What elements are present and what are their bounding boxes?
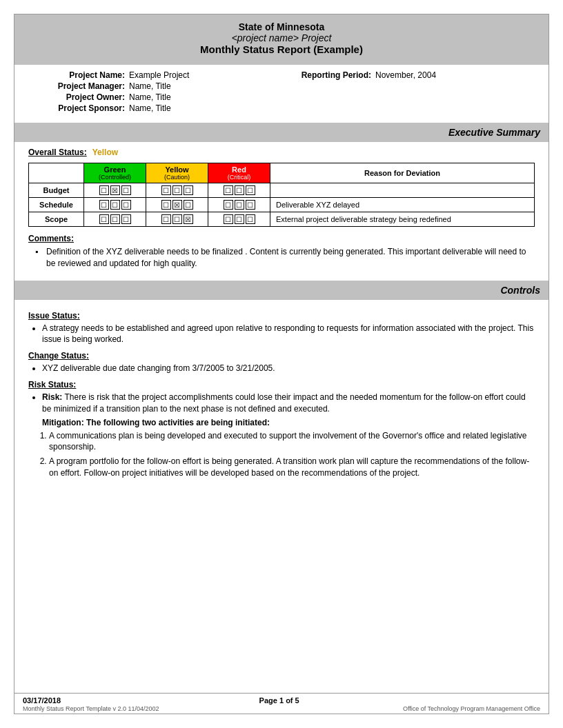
risk-status-label: Risk Status: [28, 380, 535, 390]
footer-page: Page 1 of 5 [259, 696, 299, 705]
checkbox[interactable]: ☐ [99, 200, 109, 210]
project-owner-row: Project Owner: Name, Title [35, 92, 282, 102]
th-reason: Reason for Deviation [270, 163, 535, 183]
table-row: Budget☐☒☐☐☐☐☐☐☐ [29, 183, 535, 198]
comment-item: Definition of the XYZ deliverable needs … [35, 246, 535, 270]
project-owner-label: Project Owner: [35, 92, 125, 102]
checkbox[interactable]: ☐ [246, 214, 255, 224]
checkbox[interactable]: ☐ [172, 185, 182, 195]
checkbox[interactable]: ☐ [246, 200, 255, 210]
executive-summary-title: Executive Summary [448, 127, 540, 138]
project-name-label: Project Name: [35, 70, 125, 80]
footer-date: 03/17/2018 [23, 696, 61, 705]
red-checkboxes: ☐☐☐ [208, 212, 270, 227]
comments-label: Comments: [28, 234, 535, 243]
mitigation-item: A communications plan is being developed… [49, 430, 535, 454]
checkbox[interactable]: ☐ [246, 185, 255, 195]
checkbox[interactable]: ☐ [121, 185, 131, 195]
checkbox[interactable]: ☐ [161, 214, 171, 224]
green-checkboxes: ☐☒☐ [84, 183, 146, 198]
checkbox[interactable]: ☐ [224, 214, 233, 224]
controls-content: Issue Status: A strategy needs to be est… [14, 300, 549, 487]
comments-list: Definition of the XYZ deliverable needs … [35, 246, 535, 270]
project-manager-value: Name, Title [129, 81, 171, 91]
table-row: Schedule☐☐☐☐☒☐☐☐☐Deliverable XYZ delayed [29, 198, 535, 212]
checkbox[interactable]: ☐ [110, 214, 120, 224]
reporting-period-value: November, 2004 [375, 70, 436, 80]
project-info: Project Name: Example Project Project Ma… [14, 65, 549, 120]
mitigation-intro: The following two activities are being i… [86, 418, 270, 427]
reason-cell: Deliverable XYZ delayed [270, 198, 535, 212]
mitigation-item: A program portfolio for the follow-on ef… [49, 456, 535, 479]
checkbox[interactable]: ☐ [161, 200, 171, 210]
checkbox[interactable]: ☐ [224, 185, 233, 195]
project-sponsor-label: Project Sponsor: [35, 103, 125, 113]
issue-list: A strategy needs to be established and a… [42, 323, 535, 346]
table-row: Scope☐☐☐☐☐☒☐☐☐External project deliverab… [29, 212, 535, 227]
project-name-value: Example Project [129, 70, 189, 80]
checkbox[interactable]: ☐ [235, 214, 244, 224]
th-yellow: Yellow (Caution) [146, 163, 208, 183]
checkbox[interactable]: ☐ [184, 185, 193, 195]
overall-status-label: Overall Status: [28, 148, 87, 157]
project-manager-label: Project Manager: [35, 81, 125, 91]
checkbox[interactable]: ☐ [110, 200, 120, 210]
footer-bottom: Monthly Status Report Template v 2.0 11/… [23, 705, 540, 712]
change-item: XYZ deliverable due date changing from 3… [42, 363, 535, 374]
green-checkboxes: ☐☐☐ [84, 198, 146, 212]
checkbox[interactable]: ☐ [235, 185, 244, 195]
checkbox[interactable]: ☒ [184, 214, 193, 224]
executive-summary-content: Overall Status: Yellow Green (Controlled… [14, 142, 549, 278]
checkbox[interactable]: ☐ [99, 214, 109, 224]
reason-cell: External project deliverable strategy be… [270, 212, 535, 227]
reason-cell [270, 183, 535, 198]
checkbox[interactable]: ☐ [172, 214, 182, 224]
reporting-period-label: Reporting Period: [282, 70, 371, 80]
page: State of Minnesota <project name> Projec… [14, 14, 549, 714]
checkbox[interactable]: ☐ [99, 185, 109, 195]
checkbox[interactable]: ☒ [110, 185, 120, 195]
checkbox[interactable]: ☐ [235, 200, 244, 210]
project-sponsor-row: Project Sponsor: Name, Title [35, 103, 282, 113]
yellow-checkboxes: ☐☐☐ [146, 183, 208, 198]
red-checkboxes: ☐☐☐ [208, 183, 270, 198]
checkbox[interactable]: ☐ [161, 185, 171, 195]
change-status-label: Change Status: [28, 351, 535, 361]
change-list: XYZ deliverable due date changing from 3… [42, 363, 535, 374]
project-info-right: Reporting Period: November, 2004 [282, 70, 528, 114]
row-label: Scope [29, 212, 84, 227]
mitigation-label: Mitigation: The following two activities… [42, 418, 535, 427]
green-checkboxes: ☐☐☐ [84, 212, 146, 227]
issue-status-label: Issue Status: [28, 311, 535, 321]
project-sponsor-value: Name, Title [129, 103, 171, 113]
checkbox[interactable]: ☐ [121, 200, 131, 210]
controls-header: Controls [14, 281, 549, 300]
status-table: Green (Controlled) Yellow (Caution) Red … [28, 163, 535, 227]
checkbox[interactable]: ☐ [224, 200, 233, 210]
yellow-checkboxes: ☐☒☐ [146, 198, 208, 212]
th-green: Green (Controlled) [84, 163, 146, 183]
footer-template: Monthly Status Report Template v 2.0 11/… [23, 705, 159, 712]
checkbox[interactable]: ☒ [172, 200, 182, 210]
row-label: Budget [29, 183, 84, 198]
change-text: XYZ deliverable due date changing from 3… [42, 363, 275, 373]
risk-item: Risk: There is risk that the project acc… [42, 392, 535, 415]
executive-summary-header: Executive Summary [14, 123, 549, 142]
row-label: Schedule [29, 198, 84, 212]
comment-text: Definition of the XYZ deliverable needs … [46, 247, 526, 268]
table-header-row: Green (Controlled) Yellow (Caution) Red … [29, 163, 535, 183]
project-manager-row: Project Manager: Name, Title [35, 81, 282, 91]
project-name-row: Project Name: Example Project [35, 70, 282, 80]
footer-office: Office of Technology Program Management … [403, 705, 540, 712]
footer-top: 03/17/2018 Page 1 of 5 placeholder [23, 696, 540, 705]
issue-item: A strategy needs to be established and a… [42, 323, 535, 346]
footer: 03/17/2018 Page 1 of 5 placeholder Month… [14, 693, 549, 714]
reporting-period-row: Reporting Period: November, 2004 [282, 70, 528, 80]
overall-status-value: Yellow [92, 148, 118, 157]
checkbox[interactable]: ☐ [121, 214, 131, 224]
checkbox[interactable]: ☐ [184, 200, 193, 210]
project-owner-value: Name, Title [129, 92, 171, 102]
th-red: Red (Critical) [208, 163, 270, 183]
overall-status-row: Overall Status: Yellow [28, 148, 535, 157]
red-checkboxes: ☐☐☐ [208, 198, 270, 212]
